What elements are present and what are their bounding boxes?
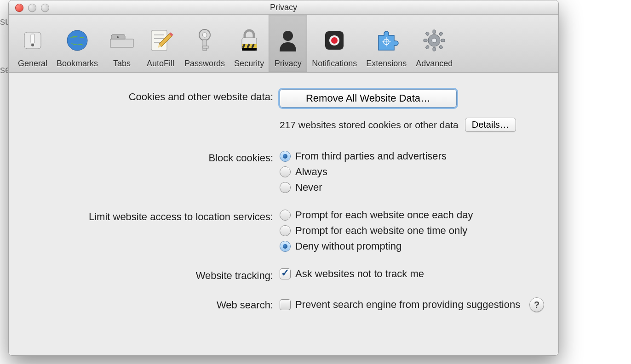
block-cookies-option-never[interactable]: Never: [280, 182, 545, 193]
svg-point-23: [283, 31, 293, 41]
radio-label: Prompt for each website one time only: [295, 225, 467, 237]
checkbox-icon: [280, 299, 291, 310]
cookies-status-text: 217 websites stored cookies or other dat…: [280, 119, 459, 131]
puzzle-icon: [372, 26, 401, 55]
minimize-button[interactable]: [28, 4, 36, 12]
details-button[interactable]: Details…: [465, 118, 516, 132]
tab-icon: [107, 26, 137, 55]
notification-icon: [320, 26, 349, 55]
svg-rect-33: [424, 39, 427, 42]
key-icon: [190, 26, 219, 55]
location-label: Limit website access to location service…: [23, 209, 280, 223]
svg-rect-34: [441, 39, 445, 42]
tab-label: Tabs: [113, 59, 131, 68]
radio-icon: [280, 182, 291, 193]
location-option-prompt-daily[interactable]: Prompt for each website once each day: [280, 209, 545, 221]
tab-label: Extensions: [366, 59, 407, 68]
lock-icon: [235, 26, 264, 55]
svg-rect-16: [203, 46, 208, 48]
checkbox-label: Prevent search engine from providing sug…: [295, 299, 520, 311]
block-cookies-label: Block cookies:: [23, 150, 280, 164]
radio-icon: [280, 151, 291, 162]
checkbox-icon: [280, 268, 291, 279]
svg-point-2: [31, 44, 34, 46]
svg-rect-1: [31, 34, 34, 43]
tab-passwords[interactable]: Passwords: [180, 15, 229, 72]
tab-security[interactable]: Security: [229, 15, 269, 72]
cookies-label: Cookies and other website data:: [23, 89, 280, 103]
tab-notifications[interactable]: Notifications: [307, 15, 361, 72]
tab-label: Bookmarks: [57, 59, 98, 68]
switch-icon: [18, 26, 47, 55]
svg-rect-38: [439, 45, 443, 49]
traffic-lights: [15, 4, 49, 12]
radio-label: Deny without prompting: [295, 240, 402, 252]
tab-label: Security: [234, 59, 264, 68]
tab-extensions[interactable]: Extensions: [361, 15, 411, 72]
silhouette-icon: [273, 26, 303, 55]
radio-label: Never: [295, 182, 322, 193]
radio-icon: [280, 225, 291, 236]
svg-rect-37: [425, 45, 430, 49]
svg-point-26: [331, 37, 338, 44]
block-cookies-option-third-parties[interactable]: From third parties and advertisers: [280, 150, 545, 162]
block-cookies-option-always[interactable]: Always: [280, 166, 545, 178]
tab-advanced[interactable]: Advanced: [411, 15, 457, 72]
svg-point-39: [432, 38, 436, 43]
location-option-prompt-once[interactable]: Prompt for each website one time only: [280, 225, 545, 237]
tracking-label: Website tracking:: [23, 268, 280, 282]
svg-point-14: [202, 33, 207, 37]
radio-label: Always: [295, 166, 327, 178]
tab-tabs[interactable]: Tabs: [103, 15, 141, 72]
checkbox-label: Ask websites not to track me: [295, 268, 424, 280]
tab-bookmarks[interactable]: Bookmarks: [52, 15, 103, 72]
tab-label: Privacy: [275, 59, 302, 68]
tab-label: Advanced: [416, 59, 453, 68]
content-pane: Cookies and other website data: Remove A…: [9, 73, 558, 328]
close-button[interactable]: [15, 4, 23, 12]
svg-rect-36: [439, 32, 443, 36]
preferences-window: Privacy General Bookmar: [8, 0, 559, 356]
gear-icon: [419, 26, 449, 55]
svg-rect-32: [433, 47, 436, 51]
location-option-deny[interactable]: Deny without prompting: [280, 240, 545, 252]
form-pencil-icon: [146, 26, 175, 55]
window-title: Privacy: [270, 3, 297, 12]
tab-label: Passwords: [184, 59, 225, 68]
svg-rect-15: [203, 40, 207, 51]
tab-label: General: [18, 59, 47, 68]
tab-general[interactable]: General: [13, 15, 52, 72]
websearch-checkbox-suggestions[interactable]: Prevent search engine from providing sug…: [280, 299, 520, 311]
toolbar: General Bookmarks Tabs: [9, 15, 558, 73]
tracking-checkbox-dnt[interactable]: Ask websites not to track me: [280, 268, 545, 280]
radio-label: From third parties and advertisers: [295, 150, 447, 162]
remove-all-website-data-button[interactable]: Remove All Website Data…: [280, 89, 457, 108]
radio-icon: [280, 241, 291, 252]
tab-autofill[interactable]: AutoFill: [141, 15, 180, 72]
tab-label: Notifications: [312, 59, 357, 68]
radio-label: Prompt for each website once each day: [295, 209, 473, 221]
svg-point-5: [117, 36, 119, 38]
tab-label: AutoFill: [147, 59, 174, 68]
help-button[interactable]: ?: [529, 297, 544, 312]
svg-rect-31: [433, 30, 436, 34]
zoom-button[interactable]: [41, 4, 49, 12]
websearch-label: Web search:: [23, 297, 280, 311]
tab-privacy[interactable]: Privacy: [269, 15, 307, 72]
radio-icon: [280, 210, 291, 221]
titlebar: Privacy: [9, 0, 558, 15]
svg-rect-35: [425, 32, 430, 36]
radio-icon: [280, 166, 291, 177]
globe-icon: [63, 26, 92, 55]
